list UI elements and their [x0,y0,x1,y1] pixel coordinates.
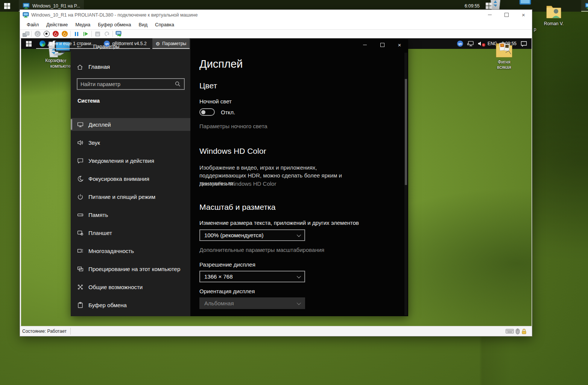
vm-titlebar[interactable]: Windows_10_R1 на PROLIANT-DL380 - подклю… [20,10,532,20]
sidebar-item-display[interactable]: Дисплей [71,118,190,131]
color-section-header: Цвет [199,81,217,90]
multitasking-icon [77,248,84,254]
search-input[interactable] [77,81,175,87]
hyperv-window-icon [23,12,29,18]
start-vm-button[interactable] [34,31,41,37]
home-icon [77,64,83,70]
orientation-label: Ориентация дисплея [199,288,255,294]
moon-icon [77,176,84,182]
menu-clipboard[interactable]: Буфер обмена [94,21,135,29]
sidebar-item-sound[interactable]: Звук [71,136,190,149]
hyperv-task-icon [23,3,30,9]
action-center-icon[interactable] [521,41,527,47]
scale-section-header: Масштаб и разметка [199,203,275,212]
resolution-label: Разрешение дисплея [199,261,255,268]
menu-help[interactable]: Справка [151,21,178,29]
advanced-scaling-link[interactable]: Дополнительные параметры масштабирования [199,247,324,253]
night-light-toggle[interactable] [199,108,215,116]
notifications-icon [77,158,84,164]
sound-icon [77,139,84,146]
sidebar-item-home[interactable]: Главная [71,62,190,73]
network-tray-icon[interactable] [467,41,474,46]
host-task-vm-2[interactable]: Windows_10_R1 на P... [581,0,588,12]
menu-view[interactable]: Вид [135,21,151,29]
scale-label: Изменение размера текста, приложений и д… [199,220,359,226]
stop-icon [44,31,50,37]
sidebar-section-header: Система [77,98,100,104]
sidebar-item-tablet[interactable]: Планшет [71,226,190,239]
vm-statusbar: Состояние: Работает [20,326,532,336]
host-roman-folder-icon[interactable]: Roman V. [542,2,566,26]
checkpoint-button[interactable] [94,31,101,37]
guest-task-settings[interactable]: ⚙ Параметры [152,38,190,49]
guest-task-qbittorrent[interactable]: qBittorrent v4.5.2 [100,38,150,49]
power-icon [77,194,84,200]
clipboard-icon [77,302,84,308]
checkpoint-icon [95,32,100,36]
resolution-dropdown[interactable]: 1366 × 768 [199,271,305,282]
menu-file[interactable]: Файл [23,21,43,29]
host-computer-icon[interactable] [518,0,533,11]
menu-media[interactable]: Медиа [71,21,94,29]
qbittorrent-tray-icon[interactable] [457,41,463,47]
settings-minimize-button[interactable] [356,39,374,51]
vm-status-text: Состояние: Работает [22,329,67,334]
host-start-button[interactable] [0,0,14,12]
page-title: Дисплей [199,58,243,70]
volume-muted-tray-icon[interactable]: × [478,41,483,46]
settings-scrollbar[interactable] [404,53,407,315]
edge-icon [40,41,46,47]
vm-close-button[interactable]: × [515,10,532,20]
toggle-knob [201,110,205,114]
screen: { "vm": { "title": "Windows_10_R1 на PRO… [0,0,588,385]
home-label: Главная [88,64,110,70]
enhanced-session-button[interactable] [115,31,122,37]
chevron-down-icon [297,232,301,236]
guest-task-edge[interactable]: Дзен и еще 1 страни... [36,38,98,49]
scale-value: 100% (рекомендуется) [204,232,263,238]
toolbar-separator [112,31,113,37]
ctrl-alt-del-button[interactable] [22,31,29,37]
sidebar-item-notifications[interactable]: Уведомления и действия [71,154,190,167]
sidebar-item-power-sleep[interactable]: Питание и спящий режим [71,190,190,203]
sidebar-item-multitasking[interactable]: Многозадачность [71,244,190,257]
resume-vm-button[interactable] [82,31,89,37]
sidebar-item-focus-assist[interactable]: Фокусировка внимания [71,172,190,185]
scrollbar-thumb[interactable] [405,79,407,185]
orientation-value: Альбомная [204,300,234,306]
shut-down-vm-button[interactable] [52,31,59,37]
pause-icon [74,32,79,36]
vm-maximize-button[interactable] [498,10,515,20]
gear-icon: ⚙ [156,41,160,46]
guest-this-pc-label: Этот компьютер [50,58,74,69]
revert-button[interactable] [103,31,110,37]
settings-window: ← Параметры × Главная [71,39,408,316]
night-light-settings-link[interactable]: Параметры ночного света [199,123,267,129]
settings-maximize-button[interactable] [374,39,391,51]
chevron-down-icon [297,300,301,305]
guest-start-button[interactable] [21,38,36,49]
sidebar-item-storage[interactable]: Память [71,208,190,221]
sidebar-item-clipboard[interactable]: Буфер обмена [71,299,190,311]
sidebar-item-projecting[interactable]: Проецирование на этот компьютер [71,262,190,275]
hyperv-task-icon [585,3,588,9]
toolbar-separator [91,31,92,37]
mouse-status-icon [516,329,520,334]
vm-minimize-button[interactable] [481,10,498,20]
task-underline [100,48,150,49]
settings-search-box[interactable] [77,78,185,90]
monitor-plus-icon [115,31,122,37]
menu-action[interactable]: Действие [43,21,71,29]
toolbar-separator [31,31,32,37]
sidebar-item-shared-experiences[interactable]: Общие возможности [71,280,190,293]
pause-vm-button[interactable] [73,31,80,37]
host-desktop: Roman V. р Windows_10_R1 на PROLIANT-DL3… [0,0,588,385]
settings-close-button[interactable]: × [391,39,408,51]
mute-badge: × [482,43,485,47]
task-underline [152,48,190,49]
turn-off-vm-button[interactable] [43,31,50,37]
save-vm-button[interactable] [61,31,68,37]
hdr-settings-link[interactable]: Настройки Windows HD Color [199,180,276,187]
scale-dropdown[interactable]: 100% (рекомендуется) [199,229,305,241]
guest-folder-icon[interactable]: Фигня всякая [492,41,516,70]
